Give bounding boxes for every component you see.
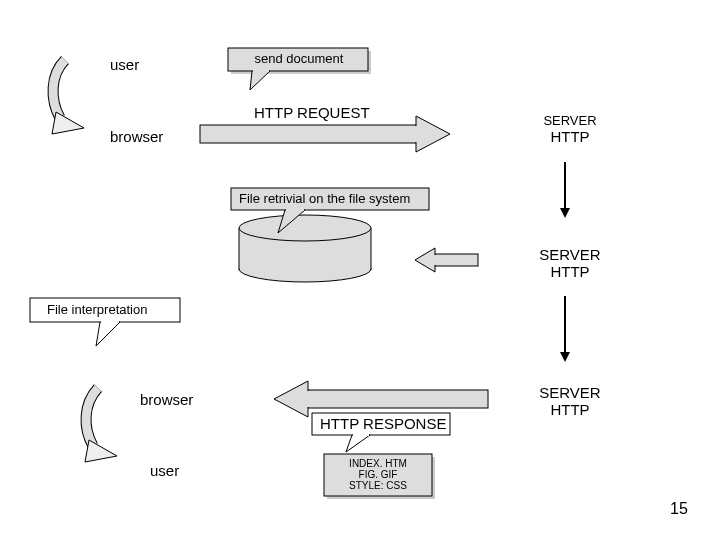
svg-marker-2 xyxy=(560,208,570,218)
server-label-1b: HTTP xyxy=(550,128,589,145)
arrow-response-body xyxy=(308,390,488,408)
http-request-text: HTTP REQUEST xyxy=(254,104,370,121)
server-http-2: SERVER HTTP xyxy=(530,246,610,280)
http-response-tail xyxy=(346,435,370,452)
server-http-1: SERVER HTTP xyxy=(530,113,610,145)
server-label-3b: HTTP xyxy=(550,401,589,418)
send-document-text: send document xyxy=(235,51,363,66)
curved-arrow-bottom-head xyxy=(85,440,117,462)
files-line-2: FIG. GIF xyxy=(359,469,398,480)
file-retrieval-text: File retrivial on the file system xyxy=(239,191,410,206)
arrow-to-db-body xyxy=(435,254,478,266)
arrow-to-db-head xyxy=(415,248,435,272)
server-label-2b: HTTP xyxy=(550,263,589,280)
server-label-2a: SERVER xyxy=(539,246,600,263)
user-bottom-label: user xyxy=(150,462,179,479)
http-response-text: HTTP RESPONSE xyxy=(320,415,446,432)
server-label-3a: SERVER xyxy=(539,384,600,401)
curved-arrow-top-fill xyxy=(53,60,65,118)
send-document-tail xyxy=(250,71,270,90)
page-number: 15 xyxy=(670,500,688,518)
files-line-3: STYLE: CSS xyxy=(349,480,407,491)
browser-top-label: browser xyxy=(110,128,163,145)
curved-arrow-top-head xyxy=(52,112,84,134)
curved-arrow-bottom-fill xyxy=(86,388,98,446)
svg-marker-8 xyxy=(560,352,570,362)
files-box-text: INDEX. HTM FIG. GIF STYLE: CSS xyxy=(324,458,432,491)
server-http-3: SERVER HTTP xyxy=(530,384,610,418)
server-label-1a: SERVER xyxy=(543,113,596,128)
browser-bottom-label: browser xyxy=(140,391,193,408)
user-top-label: user xyxy=(110,56,139,73)
arrow-response-head xyxy=(274,381,308,417)
arrow-request-head xyxy=(416,116,450,152)
arrow-request-body xyxy=(200,125,416,143)
file-interpretation-text: File interpretation xyxy=(47,302,147,317)
file-interpretation-tail xyxy=(96,322,120,346)
cylinder-top xyxy=(239,215,371,241)
files-line-1: INDEX. HTM xyxy=(349,458,407,469)
